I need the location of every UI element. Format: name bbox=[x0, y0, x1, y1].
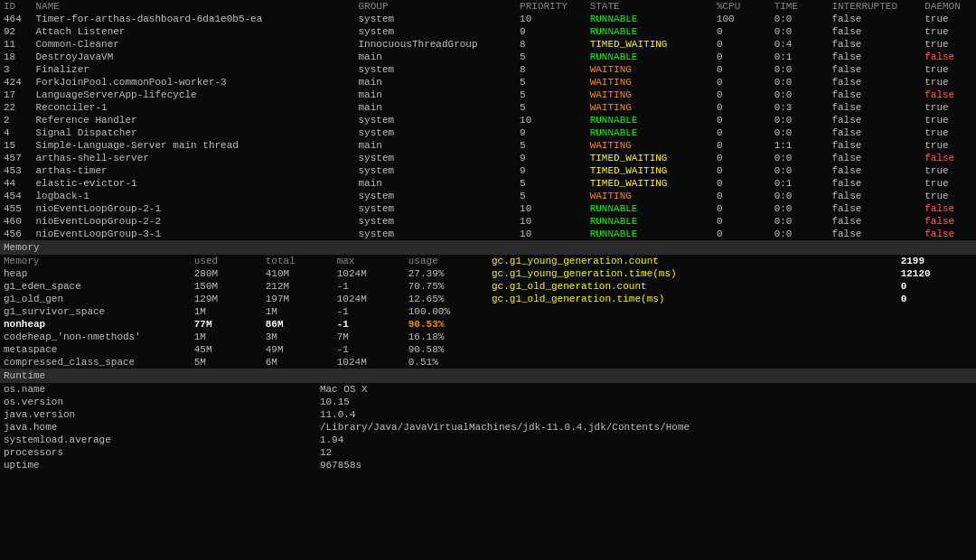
cell-interrupted: false bbox=[828, 164, 921, 177]
col-time: TIME bbox=[771, 0, 829, 13]
cell-group: system bbox=[355, 202, 517, 215]
table-row: 22 Reconciler-1 main 5 WAITING 0 0:3 fal… bbox=[0, 101, 976, 114]
cell-cpu: 0 bbox=[713, 164, 771, 177]
cell-mem-usage: 90.58% bbox=[405, 343, 488, 356]
cell-time: 0:0 bbox=[771, 63, 829, 76]
table-row: gc.g1_young_generation.time(ms) 12120 bbox=[488, 267, 976, 280]
table-row: systemload.average 1.94 bbox=[0, 434, 976, 446]
cell-mem-total: 86M bbox=[262, 318, 333, 331]
cell-name: LanguageServerApp-lifecycle bbox=[32, 89, 354, 101]
app-container: ID NAME GROUP PRIORITY STATE %CPU TIME I… bbox=[0, 0, 976, 471]
col-name: NAME bbox=[32, 0, 354, 13]
cell-interrupted: false bbox=[828, 114, 921, 126]
thread-table-body: 464 Timer-for-arthas-dashboard-6da1e0b5-… bbox=[0, 13, 976, 240]
cell-priority: 10 bbox=[516, 228, 587, 240]
cell-name: Common-Cleaner bbox=[32, 38, 354, 51]
col-cpu: %CPU bbox=[713, 0, 771, 13]
table-row: os.name Mac OS X bbox=[0, 383, 976, 396]
cell-group: system bbox=[355, 190, 517, 202]
cell-mem-used: 45M bbox=[191, 343, 262, 356]
table-row: 455 nioEventLoopGroup-2-1 system 10 RUNN… bbox=[0, 202, 976, 215]
cell-priority: 5 bbox=[516, 76, 587, 89]
table-row: 457 arthas-shell-server system 9 TIMED_W… bbox=[0, 152, 976, 164]
cell-gc-val: 0 bbox=[897, 280, 976, 293]
cell-group: system bbox=[355, 114, 517, 126]
cell-time: 0:0 bbox=[771, 164, 829, 177]
thread-table: ID NAME GROUP PRIORITY STATE %CPU TIME I… bbox=[0, 0, 976, 240]
cell-daemon: true bbox=[921, 38, 976, 51]
cell-mem-usage: 100.00% bbox=[405, 305, 488, 318]
cell-name: elastic-evictor-1 bbox=[32, 177, 354, 190]
cell-cpu: 0 bbox=[713, 139, 771, 152]
memory-table-body: heap 280M 410M 1024M 27.39% g1_eden_spac… bbox=[0, 267, 488, 369]
cell-state: RUNNABLE bbox=[587, 215, 713, 228]
cell-mem-used: 280M bbox=[191, 267, 262, 280]
cell-name: logback-1 bbox=[32, 190, 354, 202]
cell-priority: 9 bbox=[516, 164, 587, 177]
cell-mem-name: codeheap_'non-nmethods' bbox=[0, 331, 191, 343]
cell-mem-usage: 12.65% bbox=[405, 293, 488, 305]
cell-daemon: true bbox=[921, 13, 976, 25]
cell-interrupted: false bbox=[828, 63, 921, 76]
cell-id: 2 bbox=[0, 114, 32, 126]
cell-name: Attach Listener bbox=[32, 25, 354, 38]
cell-id: 457 bbox=[0, 152, 32, 164]
table-row: 3 Finalizer system 8 WAITING 0 0:0 false… bbox=[0, 63, 976, 76]
cell-mem-total: 3M bbox=[262, 331, 333, 343]
cell-mem-total: 197M bbox=[262, 293, 333, 305]
cell-rt-val: 12 bbox=[316, 446, 976, 459]
table-row: codeheap_'non-nmethods' 1M 3M 7M 16.18% bbox=[0, 331, 488, 343]
runtime-section: os.name Mac OS X os.version 10.15 java.v… bbox=[0, 383, 976, 471]
cell-id: 464 bbox=[0, 13, 32, 25]
cell-rt-val: Mac OS X bbox=[316, 383, 976, 396]
cell-gc-val: 0 bbox=[897, 293, 976, 305]
cell-group: system bbox=[355, 152, 517, 164]
runtime-table: os.name Mac OS X os.version 10.15 java.v… bbox=[0, 383, 976, 471]
cell-mem-max: -1 bbox=[333, 305, 405, 318]
col-id: ID bbox=[0, 0, 32, 13]
cell-name: Reconciler-1 bbox=[32, 101, 354, 114]
cell-daemon: true bbox=[921, 63, 976, 76]
cell-mem-name: g1_old_gen bbox=[0, 293, 191, 305]
cell-cpu: 0 bbox=[713, 76, 771, 89]
cell-id: 3 bbox=[0, 63, 32, 76]
col-priority: PRIORITY bbox=[516, 0, 587, 13]
cell-id: 455 bbox=[0, 202, 32, 215]
cell-priority: 5 bbox=[516, 139, 587, 152]
col-daemon: DAEMON bbox=[921, 0, 976, 13]
cell-gc-key: gc.g1_old_generation.time(ms) bbox=[488, 293, 897, 305]
table-row: g1_survivor_space 1M 1M -1 100.00% bbox=[0, 305, 488, 318]
cell-id: 4 bbox=[0, 126, 32, 139]
table-row: nonheap 77M 86M -1 90.53% bbox=[0, 318, 488, 331]
cell-id: 22 bbox=[0, 101, 32, 114]
table-row: gc.g1_old_generation.count 0 bbox=[488, 280, 976, 293]
cell-state: WAITING bbox=[587, 190, 713, 202]
table-row: compressed_class_space 5M 6M 1024M 0.51% bbox=[0, 356, 488, 369]
cell-state: RUNNABLE bbox=[587, 126, 713, 139]
cell-group: main bbox=[355, 76, 517, 89]
table-row: g1_eden_space 150M 212M -1 70.75% bbox=[0, 280, 488, 293]
cell-id: 424 bbox=[0, 76, 32, 89]
table-row: heap 280M 410M 1024M 27.39% bbox=[0, 267, 488, 280]
cell-state: WAITING bbox=[587, 139, 713, 152]
cell-id: 92 bbox=[0, 25, 32, 38]
cell-mem-name: g1_eden_space bbox=[0, 280, 191, 293]
cell-group: main bbox=[355, 101, 517, 114]
cell-mem-total: 410M bbox=[262, 267, 333, 280]
cell-cpu: 0 bbox=[713, 38, 771, 51]
cell-time: 1:1 bbox=[771, 139, 829, 152]
cell-priority: 10 bbox=[516, 215, 587, 228]
cell-state: TIMED_WAITING bbox=[587, 177, 713, 190]
cell-priority: 5 bbox=[516, 101, 587, 114]
cell-interrupted: false bbox=[828, 126, 921, 139]
cell-rt-val: 10.15 bbox=[316, 396, 976, 408]
cell-interrupted: false bbox=[828, 215, 921, 228]
cell-group: InnocuousThreadGroup bbox=[355, 38, 517, 51]
cell-gc-key: gc.g1_young_generation.count bbox=[488, 255, 897, 267]
cell-priority: 5 bbox=[516, 177, 587, 190]
table-row: gc.g1_young_generation.count 2199 bbox=[488, 255, 976, 267]
cell-daemon: true bbox=[921, 190, 976, 202]
gc-area: gc.g1_young_generation.count 2199 gc.g1_… bbox=[488, 255, 976, 369]
cell-priority: 9 bbox=[516, 152, 587, 164]
cell-gc-key: gc.g1_old_generation.count bbox=[488, 280, 897, 293]
